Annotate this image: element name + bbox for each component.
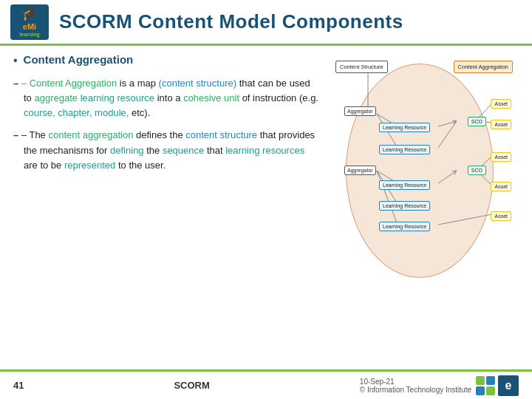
dash1-text5: learning resource	[81, 92, 154, 103]
dash2-text11: represented	[64, 160, 115, 171]
footer-right: 10-Sep-21 © Information Technology Insti…	[360, 375, 519, 396]
page-title: SCORM Content Model Components	[59, 10, 403, 33]
diag-content-structure: Content Structure	[335, 61, 388, 73]
dash1-text10: etc).	[129, 107, 150, 118]
logo-text: eMi	[19, 22, 39, 32]
text-section: • Content Aggregation – – Content Aggreg…	[13, 53, 327, 364]
dash2-text6: the	[144, 145, 163, 156]
dash1-text1: is a map	[117, 78, 158, 89]
diag-asset3: Asset	[491, 152, 511, 162]
logo-subtext: learning	[19, 32, 39, 38]
square-1	[476, 376, 485, 385]
diagram: Content Structure Content Aggregation Ag…	[331, 56, 514, 285]
diag-aggregator1: Aggregator	[344, 106, 376, 116]
dash1-text6: into a	[154, 92, 183, 103]
dash2-text9: learning resources	[225, 145, 304, 156]
dash2-text8: that	[204, 145, 225, 156]
dash1-text4: aggregate	[34, 92, 78, 103]
dash2-prefix: – The	[21, 129, 49, 140]
diag-content-aggregation: Content Aggregation	[454, 61, 513, 73]
svg-line-13	[438, 214, 492, 225]
dash2-text1: content aggregation	[48, 129, 133, 140]
page-number: 41	[13, 380, 24, 391]
logo-icon: 🎓	[19, 6, 39, 22]
dash1-prefix: – Content Aggregation	[21, 78, 117, 89]
dash1-text7: cohesive unit	[183, 92, 239, 103]
svg-line-7	[438, 121, 457, 148]
diag-asset1: Asset	[491, 99, 511, 109]
dash2-text12: to the user.	[115, 160, 166, 171]
diagram-area: Content Structure Content Aggregation Ag…	[327, 53, 519, 364]
dash2-text3: content structure	[185, 129, 257, 140]
diag-aggregator2: Aggregator	[344, 166, 376, 175]
footer-logo-icons: e	[476, 375, 519, 396]
header: 🎓 eMi learning SCORM Content Model Compo…	[0, 0, 532, 46]
dash1-text9: course, chapter, module,	[24, 107, 129, 118]
bullet-icon: •	[13, 54, 18, 67]
dash1-text2: (content structure)	[159, 78, 237, 89]
dash2-text5: defining	[110, 145, 144, 156]
footer-info: 10-Sep-21 © Information Technology Insti…	[360, 378, 471, 394]
footer: 41 SCORM 10-Sep-21 © Information Technol…	[0, 369, 532, 399]
diag-sco2: SCO	[468, 166, 486, 175]
diag-lr5: Learning Resource	[379, 222, 430, 231]
dash2-text10: are to be	[24, 160, 64, 171]
footer-date: 10-Sep-21	[360, 378, 471, 386]
footer-squares	[476, 376, 495, 395]
diag-lr1: Learning Resource	[379, 123, 430, 132]
diag-asset4: Asset	[491, 182, 511, 191]
svg-line-9	[479, 103, 492, 117]
footer-label: SCORM	[174, 380, 209, 391]
dash-item-2: – – The content aggregation defines the …	[13, 128, 319, 172]
footer-e-icon: e	[498, 375, 519, 396]
svg-line-8	[438, 171, 457, 183]
footer-logo-group: 10-Sep-21 © Information Technology Insti…	[360, 375, 519, 396]
diag-asset5: Asset	[491, 211, 511, 221]
dash2-text7: sequence	[163, 145, 204, 156]
diag-lr4: Learning Resource	[379, 201, 430, 211]
footer-brand: © Information Technology Institute	[360, 386, 471, 394]
diag-asset2: Asset	[491, 120, 511, 129]
square-3	[476, 386, 485, 395]
svg-line-5	[377, 171, 398, 225]
square-2	[486, 376, 495, 385]
dash-item-1: – – Content Aggregation is a map (conten…	[13, 76, 319, 120]
diag-lr2: Learning Resource	[379, 145, 430, 154]
section-title: Content Aggregation	[24, 53, 134, 66]
diag-sco1: SCO	[468, 117, 486, 126]
square-4	[486, 386, 495, 395]
main-content: • Content Aggregation – – Content Aggreg…	[0, 46, 532, 364]
logo: 🎓 eMi learning	[10, 4, 49, 40]
diag-lr3: Learning Resource	[379, 180, 430, 190]
dash1-text8: of instruction (e.g.	[239, 92, 318, 103]
dash2-text2: defines the	[133, 129, 185, 140]
